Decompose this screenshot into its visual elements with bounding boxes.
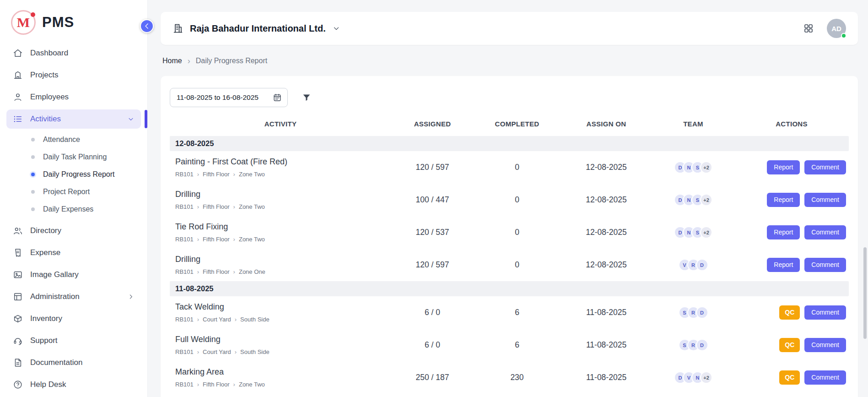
qc-button[interactable]: QC <box>779 338 800 352</box>
sidebar-item-directory[interactable]: Directory <box>6 221 141 240</box>
qc-button[interactable]: QC <box>779 305 800 320</box>
actions-cell: QCComment <box>734 370 849 385</box>
team-member-avatar[interactable]: D <box>696 306 708 319</box>
sidebar-item-help-desk[interactable]: Help Desk <box>6 375 141 394</box>
team-overflow-badge[interactable]: +2 <box>700 371 712 384</box>
path-segment: Zone Two <box>239 171 265 178</box>
completed-value: 6 <box>474 308 561 317</box>
apps-grid-icon[interactable] <box>803 23 814 34</box>
date-range-value[interactable] <box>176 93 269 102</box>
path-segment: RB101 <box>175 171 194 178</box>
report-button[interactable]: Report <box>767 225 800 239</box>
assigned-value: 6 / 0 <box>391 340 474 350</box>
expense-icon <box>13 248 23 258</box>
filter-icon[interactable] <box>302 92 312 103</box>
sidebar-submenu: AttendanceDaily Task PlanningDaily Progr… <box>0 130 147 220</box>
comment-button[interactable]: Comment <box>804 370 846 385</box>
qc-button[interactable]: QC <box>779 370 800 385</box>
path-segment: Fifth Floor <box>203 381 230 388</box>
sidebar-item-label: Administration <box>30 292 80 301</box>
report-button[interactable]: Report <box>767 160 800 174</box>
avatar[interactable]: AD <box>827 19 846 38</box>
chevron-right-icon: › <box>197 204 199 210</box>
report-button[interactable]: Report <box>767 258 800 272</box>
assign-on-date: 11-08-2025 <box>561 373 652 382</box>
sidebar-item-activities[interactable]: Activities <box>6 109 141 129</box>
activity-cell: Tie Rod FixingRB101›Fifth Floor›Zone Two <box>170 222 391 243</box>
sidebar-item-administration[interactable]: Administration <box>6 287 141 306</box>
completed-value: 0 <box>474 260 561 270</box>
topbar-right: AD <box>803 19 846 38</box>
sidebar-subitem-project-report[interactable]: Project Report <box>0 183 147 201</box>
comment-button[interactable]: Comment <box>804 338 846 352</box>
column-header-actions: ACTIONS <box>734 120 849 128</box>
sidebar-subitem-daily-task-planning[interactable]: Daily Task Planning <box>0 148 147 166</box>
company-selector[interactable]: Raja Bahadur International Ltd. <box>173 23 340 34</box>
activity-location-path: RB101›Fifth Floor›Zone Two <box>175 236 391 243</box>
chevron-right-icon: › <box>233 269 235 275</box>
team-member-avatar[interactable]: D <box>696 259 708 271</box>
table-row: Tie Rod FixingRB101›Fifth Floor›Zone Two… <box>170 216 849 249</box>
completed-value: 0 <box>474 228 561 237</box>
path-segment: RB101 <box>175 348 194 355</box>
activity-cell: DrillingRB101›Fifth Floor›Zone One <box>170 255 391 275</box>
comment-button[interactable]: Comment <box>804 258 846 272</box>
sidebar-subitem-attendance[interactable]: Attendance <box>0 131 147 148</box>
table-row: DrillingRB101›Fifth Floor›Zone Two120 / … <box>170 394 849 397</box>
comment-button[interactable]: Comment <box>804 160 846 174</box>
date-range-input[interactable] <box>170 88 288 107</box>
sidebar-subitem-daily-expenses[interactable]: Daily Expenses <box>0 201 147 218</box>
team-cell: DNS+2 <box>652 226 734 239</box>
chevron-right-icon: › <box>188 57 190 65</box>
scrollbar[interactable] <box>863 247 867 339</box>
comment-button[interactable]: Comment <box>804 305 846 320</box>
bullet-icon <box>31 155 35 159</box>
sidebar-item-support[interactable]: Support <box>6 331 141 350</box>
team-member-avatar[interactable]: D <box>696 339 708 351</box>
activity-location-path: RB101›Fifth Floor›Zone Two <box>175 203 391 210</box>
chevron-right-icon: › <box>233 236 235 242</box>
calendar-icon <box>273 93 282 102</box>
sidebar-item-image-gallary[interactable]: Image Gallary <box>6 265 141 284</box>
team-cell: SRD <box>652 306 734 319</box>
sidebar-item-documentation[interactable]: Documentation <box>6 353 141 372</box>
assign-on-date: 12-08-2025 <box>561 260 652 270</box>
sidebar-item-label: Inventory <box>30 314 62 323</box>
filter-row <box>170 88 849 107</box>
sidebar-item-inventory[interactable]: Inventory <box>6 309 141 328</box>
actions-cell: QCComment <box>734 338 849 352</box>
breadcrumb-home[interactable]: Home <box>162 57 182 65</box>
chevron-right-icon: › <box>233 171 235 177</box>
bullet-icon <box>31 173 35 176</box>
path-segment: RB101 <box>175 268 194 275</box>
sidebar-item-dashboard[interactable]: Dashboard <box>6 44 141 63</box>
team-overflow-badge[interactable]: +2 <box>700 194 712 206</box>
sidebar-item-label: Projects <box>30 71 58 80</box>
chevron-down-icon <box>127 115 135 123</box>
table-row: Painting - First Coat (Fire Red)RB101›Fi… <box>170 151 849 184</box>
employees-icon <box>13 92 23 102</box>
team-overflow-badge[interactable]: +2 <box>700 226 712 239</box>
sidebar-item-employees[interactable]: Employees <box>6 87 141 107</box>
sidebar-collapse-button[interactable] <box>140 19 154 33</box>
activity-cell: Marking AreaRB101›Fifth Floor›Zone Two <box>170 367 391 388</box>
app-name: PMS <box>42 14 74 31</box>
breadcrumb-current: Daily Progress Report <box>196 57 268 65</box>
comment-button[interactable]: Comment <box>804 193 846 207</box>
team-cell: SRD <box>652 339 734 351</box>
activity-cell: Painting - First Coat (Fire Red)RB101›Fi… <box>170 157 391 178</box>
team-overflow-badge[interactable]: +2 <box>700 161 712 174</box>
breadcrumb: Home › Daily Progress Report <box>162 57 856 65</box>
activities-icon <box>13 114 23 124</box>
assign-on-date: 12-08-2025 <box>561 163 652 172</box>
activity-name: Tie Rod Fixing <box>175 222 391 232</box>
activity-name: Full Welding <box>175 335 391 344</box>
report-button[interactable]: Report <box>767 193 800 207</box>
table-row: Full WeldingRB101›Court Yard›South Side6… <box>170 329 849 361</box>
sidebar-item-projects[interactable]: Projects <box>6 65 141 85</box>
projects-icon <box>13 70 23 80</box>
table-row: Tack WeldingRB101›Court Yard›South Side6… <box>170 296 849 329</box>
sidebar-item-expense[interactable]: Expense <box>6 243 141 262</box>
comment-button[interactable]: Comment <box>804 225 846 239</box>
sidebar-subitem-daily-progress-report[interactable]: Daily Progress Report <box>0 166 147 183</box>
